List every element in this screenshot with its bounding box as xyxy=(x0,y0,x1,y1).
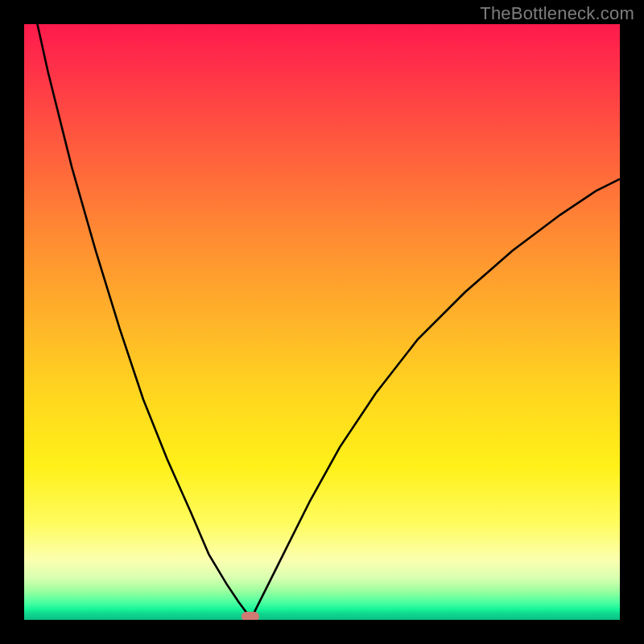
bottleneck-curve xyxy=(24,24,620,620)
watermark-text: TheBottleneck.com xyxy=(480,3,634,24)
chart-frame: TheBottleneck.com xyxy=(0,0,644,644)
curve-left-branch xyxy=(24,24,250,620)
plot-area xyxy=(24,24,620,620)
optimal-point-marker xyxy=(242,612,259,620)
curve-right-branch xyxy=(250,179,620,620)
